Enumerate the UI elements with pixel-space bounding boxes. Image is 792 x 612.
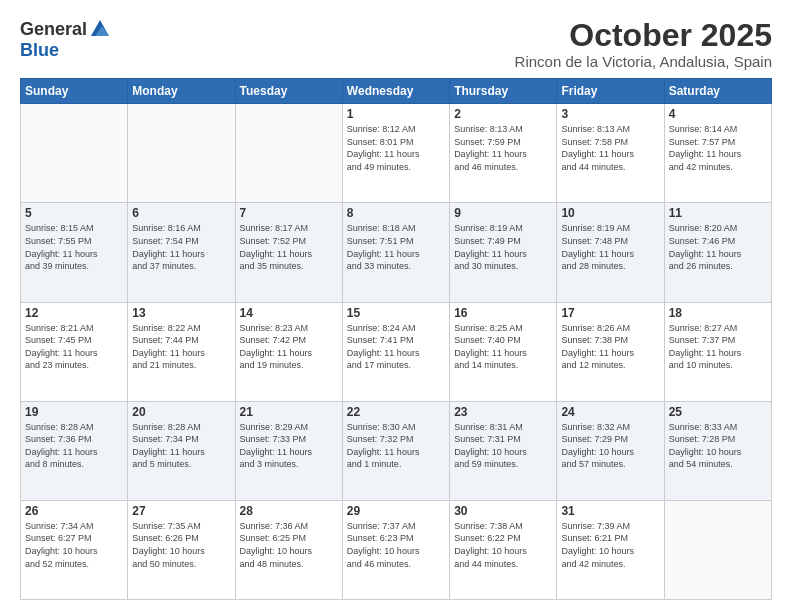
day-info: Sunrise: 7:37 AM Sunset: 6:23 PM Dayligh… <box>347 520 445 570</box>
calendar-cell: 19Sunrise: 8:28 AM Sunset: 7:36 PM Dayli… <box>21 401 128 500</box>
calendar-cell: 14Sunrise: 8:23 AM Sunset: 7:42 PM Dayli… <box>235 302 342 401</box>
day-number: 24 <box>561 405 659 419</box>
day-number: 23 <box>454 405 552 419</box>
calendar-cell: 24Sunrise: 8:32 AM Sunset: 7:29 PM Dayli… <box>557 401 664 500</box>
calendar-table: SundayMondayTuesdayWednesdayThursdayFrid… <box>20 78 772 600</box>
day-number: 27 <box>132 504 230 518</box>
day-number: 20 <box>132 405 230 419</box>
calendar-cell: 29Sunrise: 7:37 AM Sunset: 6:23 PM Dayli… <box>342 500 449 599</box>
calendar-cell: 16Sunrise: 8:25 AM Sunset: 7:40 PM Dayli… <box>450 302 557 401</box>
day-info: Sunrise: 8:24 AM Sunset: 7:41 PM Dayligh… <box>347 322 445 372</box>
calendar-cell: 31Sunrise: 7:39 AM Sunset: 6:21 PM Dayli… <box>557 500 664 599</box>
day-number: 6 <box>132 206 230 220</box>
header: General Blue October 2025 Rincon de la V… <box>20 18 772 70</box>
day-info: Sunrise: 8:22 AM Sunset: 7:44 PM Dayligh… <box>132 322 230 372</box>
calendar-cell: 20Sunrise: 8:28 AM Sunset: 7:34 PM Dayli… <box>128 401 235 500</box>
day-number: 26 <box>25 504 123 518</box>
calendar-cell: 28Sunrise: 7:36 AM Sunset: 6:25 PM Dayli… <box>235 500 342 599</box>
calendar-cell <box>664 500 771 599</box>
calendar-cell: 11Sunrise: 8:20 AM Sunset: 7:46 PM Dayli… <box>664 203 771 302</box>
day-info: Sunrise: 8:26 AM Sunset: 7:38 PM Dayligh… <box>561 322 659 372</box>
logo: General Blue <box>20 18 111 61</box>
logo-blue-text: Blue <box>20 40 59 61</box>
weekday-header: Saturday <box>664 79 771 104</box>
calendar-cell: 15Sunrise: 8:24 AM Sunset: 7:41 PM Dayli… <box>342 302 449 401</box>
day-number: 9 <box>454 206 552 220</box>
weekday-header: Monday <box>128 79 235 104</box>
day-number: 4 <box>669 107 767 121</box>
calendar-cell: 22Sunrise: 8:30 AM Sunset: 7:32 PM Dayli… <box>342 401 449 500</box>
day-info: Sunrise: 8:31 AM Sunset: 7:31 PM Dayligh… <box>454 421 552 471</box>
calendar-cell: 1Sunrise: 8:12 AM Sunset: 8:01 PM Daylig… <box>342 104 449 203</box>
calendar-cell: 17Sunrise: 8:26 AM Sunset: 7:38 PM Dayli… <box>557 302 664 401</box>
day-info: Sunrise: 8:16 AM Sunset: 7:54 PM Dayligh… <box>132 222 230 272</box>
logo-icon <box>89 18 111 40</box>
location-subtitle: Rincon de la Victoria, Andalusia, Spain <box>515 53 772 70</box>
day-info: Sunrise: 7:34 AM Sunset: 6:27 PM Dayligh… <box>25 520 123 570</box>
day-info: Sunrise: 8:19 AM Sunset: 7:49 PM Dayligh… <box>454 222 552 272</box>
day-number: 25 <box>669 405 767 419</box>
weekday-header: Wednesday <box>342 79 449 104</box>
day-number: 18 <box>669 306 767 320</box>
day-info: Sunrise: 8:15 AM Sunset: 7:55 PM Dayligh… <box>25 222 123 272</box>
day-number: 16 <box>454 306 552 320</box>
title-block: October 2025 Rincon de la Victoria, Anda… <box>515 18 772 70</box>
calendar-cell: 12Sunrise: 8:21 AM Sunset: 7:45 PM Dayli… <box>21 302 128 401</box>
day-info: Sunrise: 8:13 AM Sunset: 7:59 PM Dayligh… <box>454 123 552 173</box>
day-info: Sunrise: 8:13 AM Sunset: 7:58 PM Dayligh… <box>561 123 659 173</box>
day-info: Sunrise: 8:27 AM Sunset: 7:37 PM Dayligh… <box>669 322 767 372</box>
day-number: 15 <box>347 306 445 320</box>
weekday-header: Friday <box>557 79 664 104</box>
day-number: 3 <box>561 107 659 121</box>
weekday-header: Sunday <box>21 79 128 104</box>
day-info: Sunrise: 8:28 AM Sunset: 7:34 PM Dayligh… <box>132 421 230 471</box>
day-number: 13 <box>132 306 230 320</box>
calendar-week-row: 26Sunrise: 7:34 AM Sunset: 6:27 PM Dayli… <box>21 500 772 599</box>
calendar-cell: 21Sunrise: 8:29 AM Sunset: 7:33 PM Dayli… <box>235 401 342 500</box>
day-number: 22 <box>347 405 445 419</box>
day-number: 21 <box>240 405 338 419</box>
day-number: 10 <box>561 206 659 220</box>
day-info: Sunrise: 7:39 AM Sunset: 6:21 PM Dayligh… <box>561 520 659 570</box>
page: General Blue October 2025 Rincon de la V… <box>0 0 792 612</box>
day-number: 7 <box>240 206 338 220</box>
calendar-week-row: 12Sunrise: 8:21 AM Sunset: 7:45 PM Dayli… <box>21 302 772 401</box>
calendar-cell: 5Sunrise: 8:15 AM Sunset: 7:55 PM Daylig… <box>21 203 128 302</box>
day-number: 14 <box>240 306 338 320</box>
day-info: Sunrise: 8:33 AM Sunset: 7:28 PM Dayligh… <box>669 421 767 471</box>
day-number: 2 <box>454 107 552 121</box>
calendar-cell: 26Sunrise: 7:34 AM Sunset: 6:27 PM Dayli… <box>21 500 128 599</box>
calendar-cell: 23Sunrise: 8:31 AM Sunset: 7:31 PM Dayli… <box>450 401 557 500</box>
day-info: Sunrise: 8:21 AM Sunset: 7:45 PM Dayligh… <box>25 322 123 372</box>
calendar-cell <box>128 104 235 203</box>
day-number: 28 <box>240 504 338 518</box>
day-info: Sunrise: 8:19 AM Sunset: 7:48 PM Dayligh… <box>561 222 659 272</box>
day-info: Sunrise: 8:18 AM Sunset: 7:51 PM Dayligh… <box>347 222 445 272</box>
month-title: October 2025 <box>515 18 772 53</box>
calendar-cell: 7Sunrise: 8:17 AM Sunset: 7:52 PM Daylig… <box>235 203 342 302</box>
day-info: Sunrise: 8:28 AM Sunset: 7:36 PM Dayligh… <box>25 421 123 471</box>
calendar-header-row: SundayMondayTuesdayWednesdayThursdayFrid… <box>21 79 772 104</box>
day-info: Sunrise: 8:12 AM Sunset: 8:01 PM Dayligh… <box>347 123 445 173</box>
calendar-cell <box>235 104 342 203</box>
weekday-header: Tuesday <box>235 79 342 104</box>
logo-general-text: General <box>20 19 87 40</box>
calendar-cell: 9Sunrise: 8:19 AM Sunset: 7:49 PM Daylig… <box>450 203 557 302</box>
day-info: Sunrise: 7:36 AM Sunset: 6:25 PM Dayligh… <box>240 520 338 570</box>
day-number: 30 <box>454 504 552 518</box>
calendar-cell: 10Sunrise: 8:19 AM Sunset: 7:48 PM Dayli… <box>557 203 664 302</box>
calendar-week-row: 1Sunrise: 8:12 AM Sunset: 8:01 PM Daylig… <box>21 104 772 203</box>
day-number: 31 <box>561 504 659 518</box>
day-number: 11 <box>669 206 767 220</box>
day-number: 19 <box>25 405 123 419</box>
calendar-cell: 30Sunrise: 7:38 AM Sunset: 6:22 PM Dayli… <box>450 500 557 599</box>
day-info: Sunrise: 8:17 AM Sunset: 7:52 PM Dayligh… <box>240 222 338 272</box>
calendar-cell: 3Sunrise: 8:13 AM Sunset: 7:58 PM Daylig… <box>557 104 664 203</box>
day-number: 1 <box>347 107 445 121</box>
day-info: Sunrise: 8:30 AM Sunset: 7:32 PM Dayligh… <box>347 421 445 471</box>
day-info: Sunrise: 8:25 AM Sunset: 7:40 PM Dayligh… <box>454 322 552 372</box>
day-info: Sunrise: 8:29 AM Sunset: 7:33 PM Dayligh… <box>240 421 338 471</box>
day-number: 29 <box>347 504 445 518</box>
calendar-cell: 6Sunrise: 8:16 AM Sunset: 7:54 PM Daylig… <box>128 203 235 302</box>
calendar-cell <box>21 104 128 203</box>
